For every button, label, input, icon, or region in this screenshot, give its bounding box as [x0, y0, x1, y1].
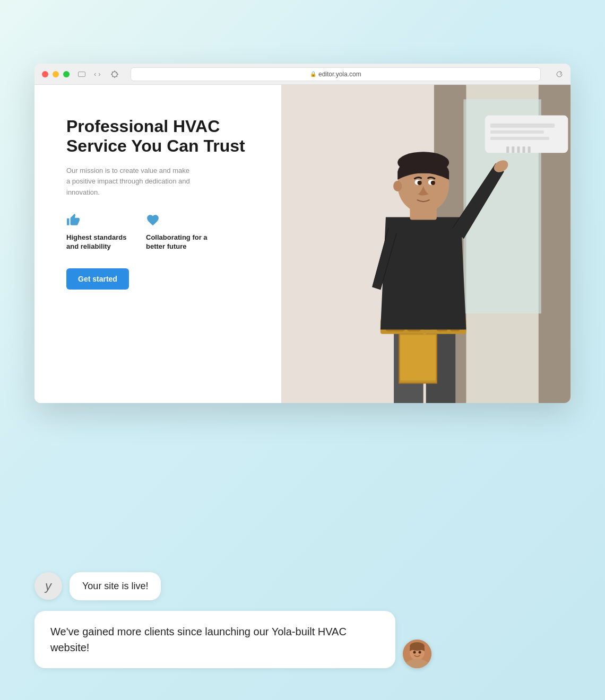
hvac-image: Unsplash+ Unsplash+ Unsplash+ Unsplash+ … [281, 85, 571, 403]
svg-rect-23 [400, 335, 436, 381]
hero-title: Professional HVAC Service You Can Trust [66, 117, 260, 156]
url-bar[interactable]: 🔒 editor.yola.com [131, 67, 541, 81]
feature-label-1: Highest standards and reliability [66, 233, 130, 251]
user-avatar-image [403, 640, 431, 668]
minimize-button[interactable] [53, 71, 59, 77]
system-message-bubble: Your site is live! [70, 572, 161, 600]
thumbs-up-icon [66, 213, 130, 230]
feature-label-2: Collaborating for a better future [146, 233, 210, 251]
reload-icon[interactable] [556, 71, 563, 78]
user-message-row: We've gained more clients since launchin… [34, 611, 571, 668]
browser-window: ‹ › 🔒 editor.yola.com Professional HVAC … [34, 64, 571, 403]
svg-rect-13 [522, 146, 525, 153]
svg-rect-11 [512, 146, 514, 153]
svg-point-36 [413, 651, 416, 654]
feature-item-1: Highest standards and reliability [66, 213, 130, 251]
hero-left: Professional HVAC Service You Can Trust … [34, 85, 281, 403]
browser-titlebar: ‹ › 🔒 editor.yola.com [34, 64, 571, 85]
sidebar-toggle[interactable] [78, 72, 85, 77]
chat-section: y Your site is live! We've gained more c… [34, 572, 571, 668]
user-avatar [403, 640, 431, 668]
lock-icon: 🔒 [310, 71, 316, 77]
yola-avatar-letter: y [45, 579, 51, 593]
close-button[interactable] [42, 71, 48, 77]
svg-rect-6 [485, 116, 568, 153]
system-message-text: Your site is live! [82, 581, 148, 591]
svg-rect-7 [490, 124, 554, 128]
svg-rect-14 [528, 146, 530, 153]
hero-description: Our mission is to create value and make … [66, 165, 194, 198]
website-content: Professional HVAC Service You Can Trust … [34, 85, 571, 403]
svg-rect-12 [517, 146, 520, 153]
url-text: editor.yola.com [318, 71, 361, 78]
features-row: Highest standards and reliability Collab… [66, 213, 260, 251]
back-button[interactable]: ‹ [94, 70, 96, 78]
svg-rect-8 [490, 130, 543, 134]
svg-point-37 [419, 651, 421, 654]
svg-point-28 [393, 181, 402, 191]
svg-rect-10 [506, 146, 509, 153]
hero-right: Unsplash+ Unsplash+ Unsplash+ Unsplash+ … [281, 85, 571, 403]
user-message-bubble: We've gained more clients since launchin… [34, 611, 395, 668]
feature-item-2: Collaborating for a better future [146, 213, 210, 251]
maximize-button[interactable] [63, 71, 70, 77]
brightness-icon [110, 70, 119, 78]
forward-button[interactable]: › [98, 70, 100, 78]
svg-point-31 [417, 181, 421, 185]
get-started-button[interactable]: Get started [66, 268, 129, 290]
worker-illustration [281, 85, 571, 403]
user-message-text: We've gained more clients since launchin… [50, 626, 347, 653]
svg-rect-9 [490, 137, 549, 140]
heart-icon [146, 213, 210, 230]
system-message-row: y Your site is live! [34, 572, 571, 600]
svg-point-32 [430, 181, 435, 185]
nav-arrows: ‹ › [94, 70, 101, 78]
yola-avatar: y [34, 572, 62, 600]
